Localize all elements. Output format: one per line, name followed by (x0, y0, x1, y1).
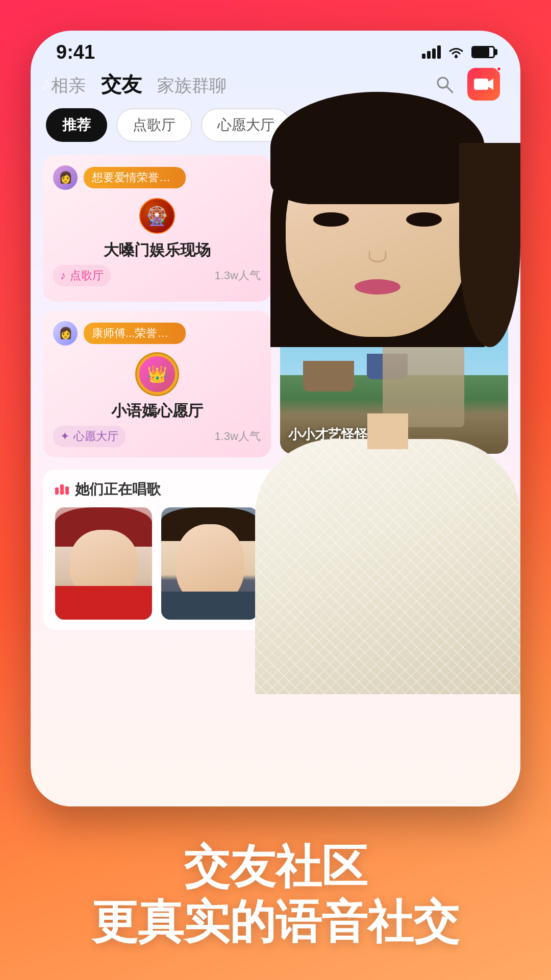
music-note-icon: ♪ (60, 269, 66, 282)
room-card-3-sponsor: 康师傅...荣誉冠名 (84, 323, 186, 344)
live-dot-indicator (496, 66, 502, 71)
music-note-decoration-1: ♪ (41, 71, 51, 94)
singer-photo-1 (55, 507, 152, 620)
room-card-1-footer: ♪ 点歌厅 1.3w人气 (53, 265, 261, 286)
singer-item-1[interactable] (55, 507, 152, 620)
rooms-grid: 👩 想要爱情荣誉冠名 大嗓门娱乐现场 ♪ 点歌厅 1.3w人气 👩 (31, 148, 520, 464)
status-bar: 9:41 (31, 31, 520, 66)
room-card-2[interactable]: 👩 无敌爱你.荣誉冠名 财籽相 ♥ 缘来是你 (280, 155, 508, 302)
singer-photo-2 (161, 507, 258, 620)
room-card-1-sponsor: 想要爱情荣誉冠名 (84, 167, 186, 188)
search-icon (434, 74, 455, 94)
filter-tag-meet[interactable]: 遇见房 (385, 108, 460, 142)
live-camera-icon (474, 77, 493, 92)
room-card-1-logo (139, 198, 175, 234)
room-card-3-tag: ✦ 心愿大厅 (53, 426, 126, 447)
singer-view-more-button[interactable]: 查 (484, 481, 496, 498)
status-time: 9:41 (56, 41, 95, 63)
svg-point-0 (455, 55, 458, 58)
room-card-1-name: 大嗓门娱乐现场 (53, 240, 261, 261)
svg-marker-4 (488, 79, 493, 90)
wifi-icon (447, 45, 465, 59)
room-card-2-avatar: 👩 (290, 165, 315, 190)
nav-tabs: 相亲 交友 家族群聊 (31, 66, 520, 102)
bottom-line-2: 更真实的语音社交 (0, 894, 551, 949)
room-card-2-footer: ♥ 缘来是你 (290, 270, 498, 291)
live-button[interactable] (467, 68, 500, 101)
room-card-2-header: 👩 无敌爱你.荣誉冠名 (290, 165, 498, 190)
singer-section: 她们正在唱歌 查 (43, 470, 508, 630)
bottom-line-1: 交友社区 (0, 839, 551, 894)
room-card-3-logo (137, 354, 178, 395)
room-card-1[interactable]: 👩 想要爱情荣誉冠名 大嗓门娱乐现场 ♪ 点歌厅 1.3w人气 (43, 155, 271, 302)
room-card-4-photo: 小小才艺怪怪 (280, 311, 508, 454)
room-card-2-sponsor: 无敌爱你.荣誉冠名 (321, 167, 423, 188)
battery-icon (471, 46, 495, 58)
room-card-3-header: 👩 康师傅...荣誉冠名 (53, 321, 261, 346)
signal-icon (422, 45, 441, 59)
nav-action-icons (432, 68, 500, 101)
tab-friends[interactable]: 交友 (101, 70, 142, 99)
music-note-decoration-2: ♪ (66, 82, 73, 98)
filter-tag-song[interactable]: 点歌厅 (116, 108, 192, 142)
singer-list (55, 507, 496, 620)
status-icons (422, 45, 495, 59)
star-icon: ✦ (60, 430, 69, 443)
room-card-4-text: 小小才艺怪怪 (288, 426, 500, 444)
filter-tag-angel[interactable]: 天使房 (300, 108, 375, 142)
svg-line-2 (446, 86, 453, 92)
search-button[interactable] (432, 71, 457, 97)
room-card-2-name: 财籽相 (290, 245, 498, 266)
room-card-1-tag: ♪ 点歌厅 (53, 265, 111, 286)
filter-tags-bar: 推荐 点歌厅 心愿大厅 天使房 遇见房 (31, 102, 520, 148)
svg-rect-3 (474, 79, 488, 90)
heart-icon: ♥ (297, 274, 304, 287)
filter-tag-recommended[interactable]: 推荐 (46, 108, 107, 142)
phone-frame: 9:41 相亲 交友 家族群聊 (31, 31, 520, 806)
room-card-4-overlay: 小小才艺怪怪 (288, 426, 500, 444)
room-card-3-footer: ✦ 心愿大厅 1.3w人气 (53, 426, 261, 447)
bottom-text-area: 交友社区 更真实的语音社交 (0, 839, 551, 949)
singer-section-title: 她们正在唱歌 (55, 480, 161, 499)
bar-chart-icon (55, 484, 69, 495)
singer-item-2[interactable] (161, 507, 258, 620)
room-card-2-logo (374, 198, 415, 239)
singer-section-header: 她们正在唱歌 查 (55, 480, 496, 499)
room-card-4[interactable]: 小小才艺怪怪 (280, 311, 508, 457)
room-card-1-header: 👩 想要爱情荣誉冠名 (53, 165, 261, 190)
room-card-3-name: 小语嫣心愿厅 (53, 401, 261, 422)
tab-family-chat[interactable]: 家族群聊 (157, 74, 227, 97)
room-card-2-tag: ♥ 缘来是你 (290, 270, 360, 291)
room-card-1-avatar: 👩 (53, 165, 78, 190)
filter-tag-wish[interactable]: 心愿大厅 (201, 108, 291, 142)
singer-photo-3 (267, 507, 364, 620)
room-card-1-popularity: 1.3w人气 (215, 268, 261, 283)
room-card-3[interactable]: 👩 康师傅...荣誉冠名 小语嫣心愿厅 ✦ 心愿大厅 1.3w人气 (43, 311, 271, 457)
singer-item-3[interactable] (267, 507, 364, 620)
room-card-3-popularity: 1.3w人气 (215, 429, 261, 444)
room-card-3-avatar: 👩 (53, 321, 78, 346)
